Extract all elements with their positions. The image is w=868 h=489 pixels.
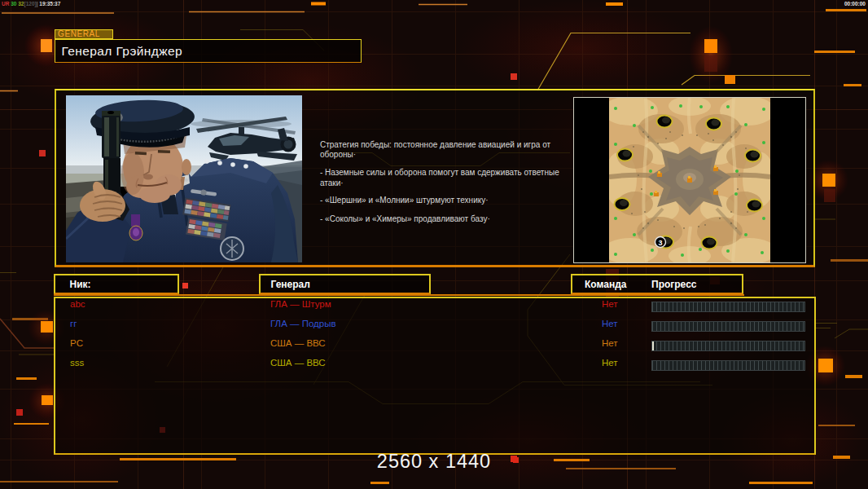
svg-text:3: 3 (658, 238, 662, 246)
